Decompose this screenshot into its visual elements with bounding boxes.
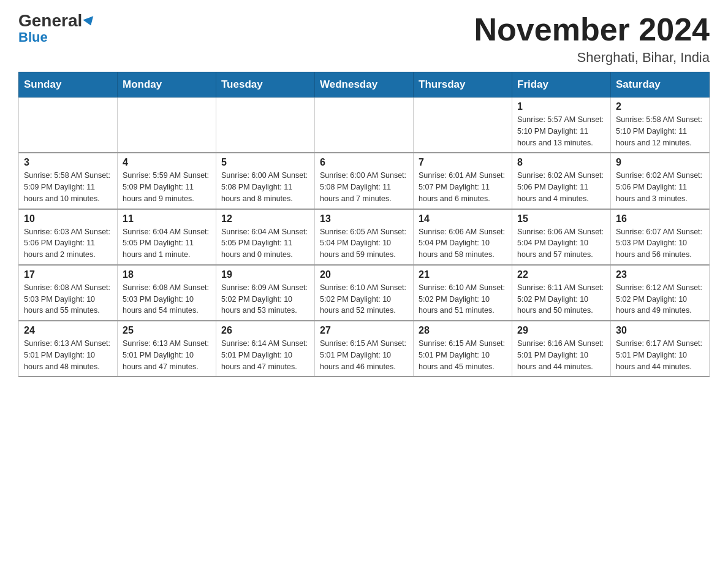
day-number: 26	[221, 325, 309, 336]
calendar-cell: 17Sunrise: 6:08 AM Sunset: 5:03 PM Dayli…	[19, 265, 118, 321]
day-number: 21	[419, 269, 507, 280]
calendar-cell: 16Sunrise: 6:07 AM Sunset: 5:03 PM Dayli…	[611, 209, 710, 265]
calendar-cell	[19, 98, 118, 153]
header-monday: Monday	[118, 72, 216, 98]
calendar-table: Sunday Monday Tuesday Wednesday Thursday…	[18, 72, 710, 377]
calendar-cell: 29Sunrise: 6:16 AM Sunset: 5:01 PM Dayli…	[512, 321, 611, 377]
day-info: Sunrise: 6:06 AM Sunset: 5:04 PM Dayligh…	[517, 226, 605, 261]
day-number: 13	[320, 213, 408, 224]
calendar-cell: 9Sunrise: 6:02 AM Sunset: 5:06 PM Daylig…	[611, 153, 710, 209]
day-number: 20	[320, 269, 408, 280]
calendar-row-3: 10Sunrise: 6:03 AM Sunset: 5:06 PM Dayli…	[19, 209, 710, 265]
day-number: 11	[123, 213, 211, 224]
calendar-cell: 22Sunrise: 6:11 AM Sunset: 5:02 PM Dayli…	[512, 265, 611, 321]
calendar-cell: 25Sunrise: 6:13 AM Sunset: 5:01 PM Dayli…	[118, 321, 216, 377]
day-info: Sunrise: 6:13 AM Sunset: 5:01 PM Dayligh…	[24, 338, 112, 372]
header-row: Sunday Monday Tuesday Wednesday Thursday…	[19, 72, 710, 98]
day-number: 25	[123, 325, 211, 336]
day-info: Sunrise: 5:58 AM Sunset: 5:10 PM Dayligh…	[616, 114, 704, 148]
day-number: 12	[221, 213, 309, 224]
calendar-cell: 4Sunrise: 5:59 AM Sunset: 5:09 PM Daylig…	[118, 153, 216, 209]
day-info: Sunrise: 6:12 AM Sunset: 5:02 PM Dayligh…	[616, 282, 704, 316]
calendar-header: Sunday Monday Tuesday Wednesday Thursday…	[19, 72, 710, 98]
day-number: 6	[320, 157, 408, 168]
day-number: 27	[320, 325, 408, 336]
day-number: 16	[616, 213, 704, 224]
header-tuesday: Tuesday	[216, 72, 315, 98]
day-info: Sunrise: 6:13 AM Sunset: 5:01 PM Dayligh…	[123, 338, 211, 372]
day-number: 18	[123, 269, 211, 280]
day-number: 23	[616, 269, 704, 280]
day-number: 15	[517, 213, 605, 224]
day-number: 17	[24, 269, 112, 280]
calendar-cell: 12Sunrise: 6:04 AM Sunset: 5:05 PM Dayli…	[216, 209, 315, 265]
day-info: Sunrise: 6:00 AM Sunset: 5:08 PM Dayligh…	[221, 170, 309, 204]
day-info: Sunrise: 6:01 AM Sunset: 5:07 PM Dayligh…	[419, 170, 507, 204]
calendar-cell: 7Sunrise: 6:01 AM Sunset: 5:07 PM Daylig…	[414, 153, 512, 209]
calendar-cell: 28Sunrise: 6:15 AM Sunset: 5:01 PM Dayli…	[414, 321, 512, 377]
calendar-cell: 10Sunrise: 6:03 AM Sunset: 5:06 PM Dayli…	[19, 209, 118, 265]
calendar-row-4: 17Sunrise: 6:08 AM Sunset: 5:03 PM Dayli…	[19, 265, 710, 321]
header-thursday: Thursday	[414, 72, 512, 98]
day-info: Sunrise: 6:04 AM Sunset: 5:05 PM Dayligh…	[123, 226, 211, 261]
day-number: 2	[616, 101, 704, 112]
day-info: Sunrise: 6:11 AM Sunset: 5:02 PM Dayligh…	[517, 282, 605, 316]
header-friday: Friday	[512, 72, 611, 98]
day-info: Sunrise: 6:07 AM Sunset: 5:03 PM Dayligh…	[616, 226, 704, 261]
day-info: Sunrise: 6:10 AM Sunset: 5:02 PM Dayligh…	[419, 282, 507, 316]
day-number: 5	[221, 157, 309, 168]
logo-blue-label: Blue	[18, 29, 48, 45]
logo: General Blue	[18, 12, 95, 45]
day-number: 24	[24, 325, 112, 336]
day-info: Sunrise: 5:59 AM Sunset: 5:09 PM Dayligh…	[123, 170, 211, 204]
location-text: Sherghati, Bihar, India	[474, 50, 710, 66]
calendar-cell: 8Sunrise: 6:02 AM Sunset: 5:06 PM Daylig…	[512, 153, 611, 209]
day-info: Sunrise: 6:05 AM Sunset: 5:04 PM Dayligh…	[320, 226, 408, 261]
calendar-cell: 11Sunrise: 6:04 AM Sunset: 5:05 PM Dayli…	[118, 209, 216, 265]
calendar-cell: 30Sunrise: 6:17 AM Sunset: 5:01 PM Dayli…	[611, 321, 710, 377]
day-info: Sunrise: 6:08 AM Sunset: 5:03 PM Dayligh…	[123, 282, 211, 316]
calendar-cell: 19Sunrise: 6:09 AM Sunset: 5:02 PM Dayli…	[216, 265, 315, 321]
day-number: 28	[419, 325, 507, 336]
day-number: 8	[517, 157, 605, 168]
page-header: General Blue November 2024 Sherghati, Bi…	[18, 12, 710, 66]
calendar-cell: 13Sunrise: 6:05 AM Sunset: 5:04 PM Dayli…	[315, 209, 414, 265]
calendar-cell: 18Sunrise: 6:08 AM Sunset: 5:03 PM Dayli…	[118, 265, 216, 321]
title-section: November 2024 Sherghati, Bihar, India	[474, 12, 710, 66]
calendar-row-1: 1Sunrise: 5:57 AM Sunset: 5:10 PM Daylig…	[19, 98, 710, 153]
calendar-cell	[315, 98, 414, 153]
day-info: Sunrise: 6:15 AM Sunset: 5:01 PM Dayligh…	[419, 338, 507, 372]
calendar-cell	[414, 98, 512, 153]
day-number: 14	[419, 213, 507, 224]
day-number: 19	[221, 269, 309, 280]
day-number: 4	[123, 157, 211, 168]
day-info: Sunrise: 6:16 AM Sunset: 5:01 PM Dayligh…	[517, 338, 605, 372]
calendar-cell	[216, 98, 315, 153]
day-info: Sunrise: 6:00 AM Sunset: 5:08 PM Dayligh…	[320, 170, 408, 204]
month-title: November 2024	[474, 12, 710, 47]
calendar-cell	[118, 98, 216, 153]
day-number: 30	[616, 325, 704, 336]
day-number: 3	[24, 157, 112, 168]
day-info: Sunrise: 6:15 AM Sunset: 5:01 PM Dayligh…	[320, 338, 408, 372]
day-number: 1	[517, 101, 605, 112]
day-number: 9	[616, 157, 704, 168]
header-saturday: Saturday	[611, 72, 710, 98]
calendar-cell: 20Sunrise: 6:10 AM Sunset: 5:02 PM Dayli…	[315, 265, 414, 321]
calendar-row-5: 24Sunrise: 6:13 AM Sunset: 5:01 PM Dayli…	[19, 321, 710, 377]
day-info: Sunrise: 6:03 AM Sunset: 5:06 PM Dayligh…	[24, 226, 112, 261]
day-number: 22	[517, 269, 605, 280]
day-info: Sunrise: 6:04 AM Sunset: 5:05 PM Dayligh…	[221, 226, 309, 261]
logo-general-text: General	[18, 12, 95, 29]
day-info: Sunrise: 6:02 AM Sunset: 5:06 PM Dayligh…	[517, 170, 605, 204]
day-info: Sunrise: 5:58 AM Sunset: 5:09 PM Dayligh…	[24, 170, 112, 204]
calendar-row-2: 3Sunrise: 5:58 AM Sunset: 5:09 PM Daylig…	[19, 153, 710, 209]
calendar-cell: 21Sunrise: 6:10 AM Sunset: 5:02 PM Dayli…	[414, 265, 512, 321]
day-info: Sunrise: 5:57 AM Sunset: 5:10 PM Dayligh…	[517, 114, 605, 148]
calendar-cell: 3Sunrise: 5:58 AM Sunset: 5:09 PM Daylig…	[19, 153, 118, 209]
header-sunday: Sunday	[19, 72, 118, 98]
calendar-cell: 14Sunrise: 6:06 AM Sunset: 5:04 PM Dayli…	[414, 209, 512, 265]
day-number: 29	[517, 325, 605, 336]
day-info: Sunrise: 6:17 AM Sunset: 5:01 PM Dayligh…	[616, 338, 704, 372]
logo-blue-text: Blue	[18, 29, 48, 45]
